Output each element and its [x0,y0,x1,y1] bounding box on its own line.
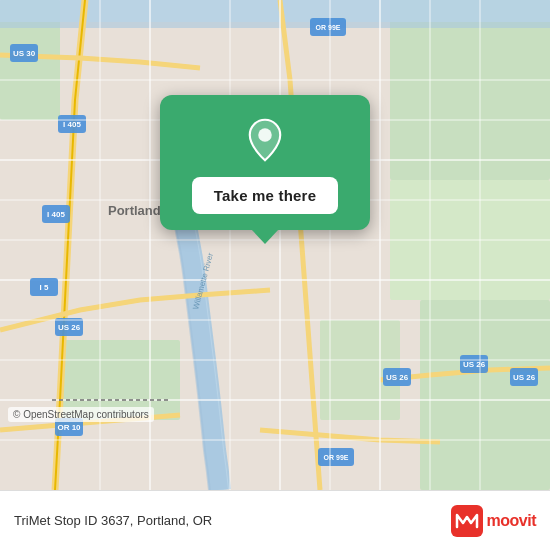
osm-credit: © OpenStreetMap contributors [8,407,154,422]
svg-text:US 30: US 30 [13,49,36,58]
svg-rect-6 [420,300,550,490]
svg-text:Portland: Portland [108,203,161,218]
svg-text:US 26: US 26 [463,360,486,369]
take-me-there-button[interactable]: Take me there [192,177,338,214]
svg-text:US 26: US 26 [386,373,409,382]
popup-card: Take me there [160,95,370,230]
moovit-logo-icon [451,505,483,537]
svg-point-52 [258,128,272,142]
bottom-bar: TriMet Stop ID 3637, Portland, OR moovit [0,490,550,550]
svg-text:OR 99E: OR 99E [316,24,341,31]
svg-text:US 26: US 26 [513,373,536,382]
svg-text:US 26: US 26 [58,323,81,332]
svg-text:I 405: I 405 [47,210,65,219]
location-icon-wrap [238,113,292,167]
svg-text:OR 99E: OR 99E [324,454,349,461]
location-pin-icon [243,118,287,162]
moovit-text: moovit [487,512,536,530]
moovit-logo: moovit [451,505,536,537]
stop-label: TriMet Stop ID 3637, Portland, OR [14,513,451,528]
svg-text:I 5: I 5 [40,283,49,292]
map-container[interactable]: I 405 OR 99E US 30 US 26 US 26 US 26 US … [0,0,550,490]
svg-text:I 405: I 405 [63,120,81,129]
svg-text:OR 10: OR 10 [57,423,81,432]
